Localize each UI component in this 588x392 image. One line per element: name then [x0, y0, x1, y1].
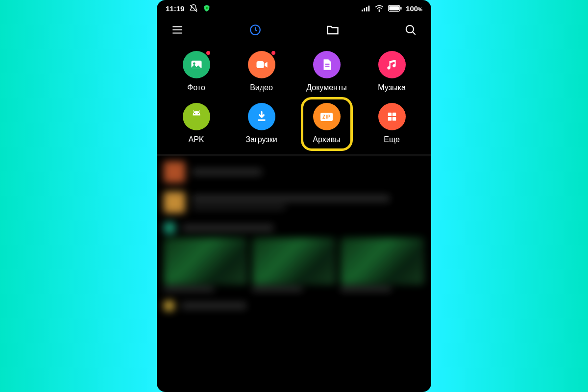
svg-rect-9: [400, 7, 401, 10]
photo-icon: [183, 51, 210, 78]
svg-rect-29: [392, 117, 395, 121]
svg-point-1: [206, 7, 208, 9]
android-icon: [183, 103, 210, 130]
zip-icon: ZIP: [313, 103, 341, 130]
svg-rect-28: [388, 117, 391, 121]
badge-dot: [270, 50, 276, 56]
list-item: [164, 300, 424, 311]
menu-button[interactable]: [162, 19, 193, 41]
category-label: APK: [188, 135, 204, 144]
list-item: [164, 222, 424, 234]
battery-percent: 100%: [406, 4, 422, 13]
wifi-icon: [374, 5, 384, 12]
svg-line-24: [198, 111, 199, 113]
svg-point-17: [193, 62, 196, 65]
svg-point-14: [406, 25, 414, 33]
category-label: Музыка: [378, 83, 406, 92]
category-archives[interactable]: ZIP Архивы: [294, 103, 359, 144]
category-label: Архивы: [313, 135, 340, 144]
svg-rect-3: [364, 8, 366, 11]
mute-icon: [189, 4, 198, 13]
grid-icon: [378, 103, 406, 130]
battery-unit: %: [418, 7, 422, 12]
clock-icon: [249, 24, 262, 36]
category-label: Еще: [384, 135, 400, 144]
doc-icon: [313, 51, 341, 78]
category-label: Видео: [250, 83, 273, 92]
category-more[interactable]: Еще: [359, 103, 424, 144]
battery-value: 100: [406, 4, 418, 13]
tab-folders[interactable]: [317, 19, 348, 41]
phone-frame: 11:19: [157, 0, 431, 392]
badge-dot: [205, 50, 211, 56]
svg-line-23: [193, 111, 195, 113]
svg-point-21: [194, 113, 196, 115]
category-downloads[interactable]: Загрузки: [229, 103, 294, 144]
zip-text: ZIP: [320, 113, 333, 121]
battery-icon: [388, 5, 402, 12]
svg-point-22: [197, 113, 199, 115]
svg-rect-4: [366, 7, 368, 11]
svg-rect-26: [388, 113, 391, 116]
category-apk[interactable]: APK: [164, 103, 229, 144]
video-icon: [248, 51, 275, 78]
category-video[interactable]: Видео: [229, 51, 294, 92]
music-icon: [378, 51, 406, 78]
menu-icon: [171, 24, 184, 36]
search-icon: [404, 24, 417, 36]
list-item: [164, 192, 424, 213]
svg-rect-27: [392, 113, 395, 116]
svg-rect-20: [325, 66, 329, 67]
svg-rect-2: [362, 10, 363, 12]
svg-rect-5: [368, 6, 370, 12]
list-item: [164, 161, 424, 183]
svg-rect-19: [325, 64, 329, 65]
status-time: 11:19: [166, 4, 184, 13]
thumbnail-gallery: [164, 238, 424, 292]
svg-point-6: [379, 11, 380, 12]
svg-rect-18: [256, 61, 264, 68]
category-music[interactable]: Музыка: [359, 51, 424, 92]
download-icon: [248, 103, 275, 130]
svg-line-15: [413, 32, 416, 35]
category-label: Документы: [306, 83, 346, 92]
svg-rect-25: [258, 119, 265, 121]
category-grid: Фото Видео Документы Музыка APK: [157, 43, 431, 154]
folder-icon: [326, 23, 340, 37]
signal-icon: [362, 5, 370, 12]
category-label: Фото: [187, 83, 205, 92]
svg-rect-8: [389, 6, 399, 10]
tab-recent[interactable]: [240, 19, 271, 41]
category-photo[interactable]: Фото: [164, 51, 229, 92]
shield-icon: [203, 4, 211, 12]
status-bar: 11:19: [157, 0, 431, 17]
category-docs[interactable]: Документы: [294, 51, 359, 92]
search-button[interactable]: [395, 19, 426, 41]
category-label: Загрузки: [245, 135, 277, 144]
recent-list-blurred: [157, 156, 431, 325]
top-nav: [157, 17, 431, 43]
